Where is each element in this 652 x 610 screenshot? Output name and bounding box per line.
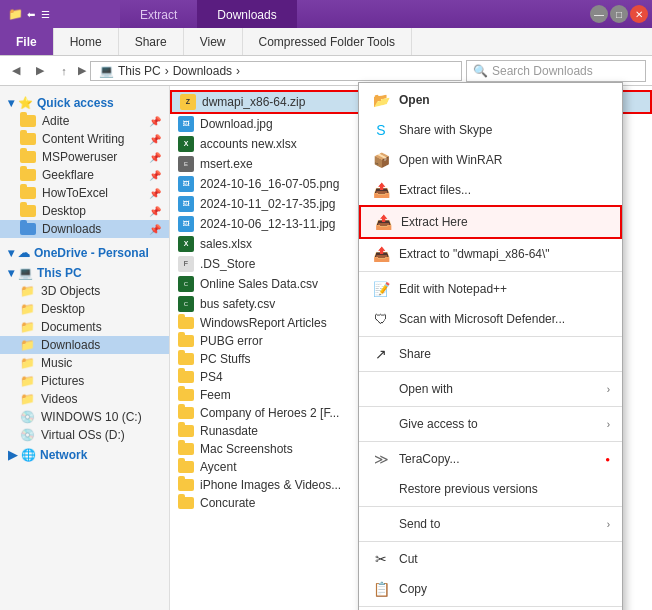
separator-7 [359,541,622,542]
search-box[interactable]: 🔍 Search Downloads [466,60,646,82]
img-icon: 🖼 [178,196,194,212]
ctx-cut[interactable]: ✂ Cut [359,544,622,574]
ribbon-file[interactable]: File [0,28,54,55]
folder-downloads-icon [20,223,36,235]
sidebar-item-howtoexcel[interactable]: HowToExcel 📌 [0,184,169,202]
network-icon: 🌐 [21,448,36,462]
folder-icon [20,151,36,163]
sidebar-item-downloads[interactable]: Downloads 📌 [0,220,169,238]
arrow-icon: › [607,419,610,430]
sidebar-item-mspoweruser[interactable]: MSPoweruser 📌 [0,148,169,166]
folder-icon: 📁 [20,284,35,298]
ctx-open-with[interactable]: Open with › [359,374,622,404]
sidebar-item-desktop2[interactable]: 📁 Desktop [0,300,169,318]
ctx-teracopy[interactable]: ≫ TeraCopy... ● [359,444,622,474]
folder-icon [178,317,194,329]
sidebar-item-desktop[interactable]: Desktop 📌 [0,202,169,220]
extract-icon: 📤 [371,180,391,200]
folder-icon: 📁 [20,320,35,334]
quick-access-header[interactable]: ▾ ⭐ Quick access [0,92,169,112]
notepad-icon: 📝 [371,279,391,299]
address-path[interactable]: 💻 This PC › Downloads › [90,61,462,81]
chevron-icon: ▾ [8,246,14,260]
ctx-extract-files[interactable]: 📤 Extract files... [359,175,622,205]
sidebar-item-videos[interactable]: 📁 Videos [0,390,169,408]
pin-icon: 📌 [149,152,161,163]
share-icon: ↗ [371,344,391,364]
app-icon: 📁 [8,7,23,21]
ctx-send-to[interactable]: Send to › [359,509,622,539]
img-icon: 🖼 [178,176,194,192]
pin-icon: 📌 [149,134,161,145]
separator-8 [359,606,622,607]
restore-icon [371,479,391,499]
ribbon-home[interactable]: Home [54,28,119,55]
tab-extract[interactable]: Extract [120,0,197,28]
ctx-extract-here[interactable]: 📤 Extract Here [359,205,622,239]
tab-downloads-active[interactable]: Downloads [197,0,296,28]
ctx-copy[interactable]: 📋 Copy [359,574,622,604]
search-icon: 🔍 [473,64,488,78]
ctx-extract-to[interactable]: 📤 Extract to "dwmapi_x86-64\" [359,239,622,269]
winrar-icon: 📦 [371,150,391,170]
zip-icon: Z [180,94,196,110]
ctx-restore-versions[interactable]: Restore previous versions [359,474,622,504]
ctx-share-skype[interactable]: S Share with Skype [359,115,622,145]
extract-to-icon: 📤 [371,244,391,264]
defender-icon: 🛡 [371,309,391,329]
title-bar-left: 📁 ⬅ ☰ [0,0,120,28]
ribbon-compressed-folder-tools[interactable]: Compressed Folder Tools [243,28,413,55]
network-header[interactable]: ▶ 🌐 Network [0,444,169,464]
forward-button[interactable]: ▶ [30,61,50,81]
folder-icon [20,205,36,217]
ctx-edit-notepad[interactable]: 📝 Edit with Notepad++ [359,274,622,304]
ctx-open[interactable]: 📂 Open [359,85,622,115]
folder-icon [178,389,194,401]
sidebar-item-geekflare[interactable]: Geekflare 📌 [0,166,169,184]
folder-icon [178,479,194,491]
folder-icon [20,187,36,199]
folder-icon: 📁 [20,374,35,388]
sidebar-item-virtual-drive[interactable]: 💿 Virtual OSs (D:) [0,426,169,444]
this-pc-icon: 💻 [99,64,114,78]
ribbon-share[interactable]: Share [119,28,184,55]
file-icon: F [178,256,194,272]
sidebar-item-3d-objects[interactable]: 📁 3D Objects [0,282,169,300]
exe-icon: E [178,156,194,172]
sidebar: ▾ ⭐ Quick access Adite 📌 Content Writing… [0,86,170,610]
folder-icon [178,425,194,437]
onedrive-header[interactable]: ▾ ☁ OneDrive - Personal [0,242,169,262]
sidebar-item-music[interactable]: 📁 Music [0,354,169,372]
onedrive-icon: ☁ [18,246,30,260]
sidebar-item-downloads2[interactable]: 📁 Downloads [0,336,169,354]
chevron-icon: ▾ [8,96,14,110]
ribbon-view[interactable]: View [184,28,243,55]
folder-icon [178,443,194,455]
sidebar-item-content-writing[interactable]: Content Writing 📌 [0,130,169,148]
back-button[interactable]: ◀ [6,61,26,81]
close-button[interactable]: ✕ [630,5,648,23]
folder-icon [20,133,36,145]
separator-2 [359,336,622,337]
sidebar-item-adite[interactable]: Adite 📌 [0,112,169,130]
sidebar-item-pictures[interactable]: 📁 Pictures [0,372,169,390]
minimize-button[interactable]: — [590,5,608,23]
ctx-open-winrar[interactable]: 📦 Open with WinRAR [359,145,622,175]
ctx-give-access[interactable]: Give access to › [359,409,622,439]
main-container: ▾ ⭐ Quick access Adite 📌 Content Writing… [0,86,652,610]
sidebar-item-documents[interactable]: 📁 Documents [0,318,169,336]
folder-icon [178,461,194,473]
maximize-button[interactable]: □ [610,5,628,23]
up-button[interactable]: ↑ [54,61,74,81]
separator-1 [359,271,622,272]
downloads-path: Downloads [173,64,232,78]
csv-icon: C [178,296,194,312]
drive-icon: 💿 [20,410,35,424]
sidebar-item-windows-drive[interactable]: 💿 WINDOWS 10 (C:) [0,408,169,426]
computer-icon: 💻 [18,266,33,280]
this-pc-header[interactable]: ▾ 💻 This PC [0,262,169,282]
ctx-scan-defender[interactable]: 🛡 Scan with Microsoft Defender... [359,304,622,334]
folder-icon: 📁 [20,302,35,316]
open-icon: 📂 [371,90,391,110]
ctx-share[interactable]: ↗ Share [359,339,622,369]
